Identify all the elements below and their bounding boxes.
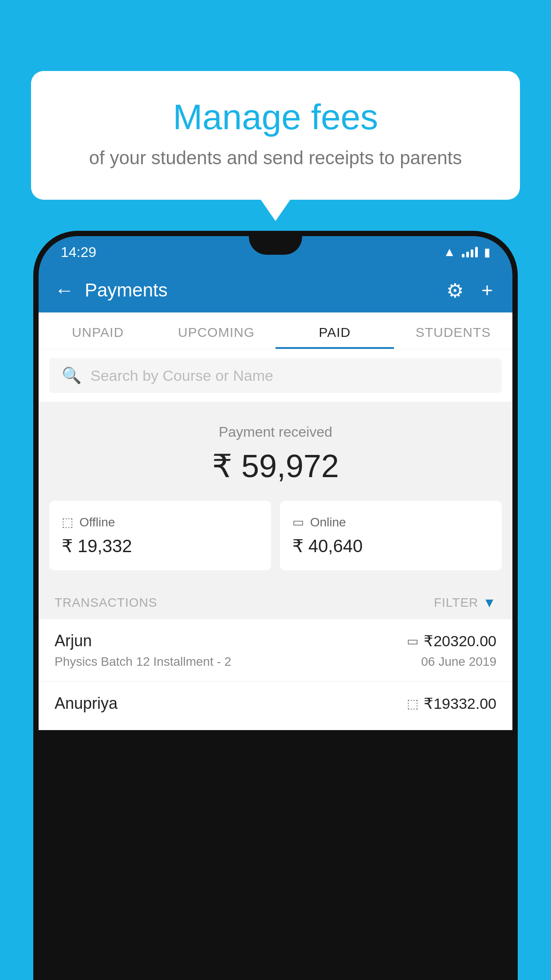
settings-button[interactable]: ⚙ xyxy=(443,276,467,305)
offline-icon: ⬚ xyxy=(62,515,73,530)
payment-total-amount: ₹ 59,972 xyxy=(49,447,502,485)
app-title: Payments xyxy=(85,280,432,301)
online-label: Online xyxy=(310,515,346,530)
search-icon: 🔍 xyxy=(62,366,82,385)
offline-label: Offline xyxy=(79,515,115,530)
add-button[interactable]: + xyxy=(478,276,496,305)
transaction-name: Anupriya xyxy=(55,694,118,713)
transaction-amount: ⬚ ₹19332.00 xyxy=(407,695,496,712)
transaction-name: Arjun xyxy=(55,632,92,650)
status-bar: 14:29 ▲ ▮ xyxy=(39,236,512,268)
tab-students[interactable]: STUDENTS xyxy=(394,312,512,349)
transaction-row[interactable]: Anupriya ⬚ ₹19332.00 xyxy=(39,682,512,730)
transaction-top: Anupriya ⬚ ₹19332.00 xyxy=(55,694,496,713)
online-card-header: ▭ Online xyxy=(292,515,489,530)
online-payment-icon: ▭ xyxy=(407,634,418,648)
speech-bubble-container: Manage fees of your students and send re… xyxy=(31,71,520,200)
payment-received-label: Payment received xyxy=(49,424,502,440)
transaction-amount: ▭ ₹20320.00 xyxy=(407,632,496,650)
status-time: 14:29 xyxy=(61,244,96,261)
transactions-header: TRANSACTIONS FILTER ▼ xyxy=(39,586,512,619)
online-payment-card: ▭ Online ₹ 40,640 xyxy=(280,501,502,570)
online-amount: ₹ 40,640 xyxy=(292,536,489,556)
notch xyxy=(249,236,302,255)
transaction-bottom: Physics Batch 12 Installment - 2 06 June… xyxy=(55,655,496,669)
signal-icon xyxy=(462,247,478,257)
status-icons: ▲ ▮ xyxy=(443,245,490,259)
tab-paid[interactable]: PAID xyxy=(276,312,394,349)
payment-cards-row: ⬚ Offline ₹ 19,332 ▭ Online ₹ 40,640 xyxy=(39,501,512,586)
search-container: 🔍 Search by Course or Name xyxy=(39,349,512,402)
tab-unpaid[interactable]: UNPAID xyxy=(39,312,157,349)
app-content: 🔍 Search by Course or Name Payment recei… xyxy=(39,349,512,730)
offline-card-header: ⬚ Offline xyxy=(62,515,259,530)
transaction-top: Arjun ▭ ₹20320.00 xyxy=(55,632,496,650)
battery-icon: ▮ xyxy=(484,245,490,259)
online-icon: ▭ xyxy=(292,515,304,530)
search-input[interactable]: Search by Course or Name xyxy=(91,367,273,384)
filter-button[interactable]: FILTER ▼ xyxy=(434,595,496,610)
wifi-icon: ▲ xyxy=(443,245,456,259)
transaction-row[interactable]: Arjun ▭ ₹20320.00 Physics Batch 12 Insta… xyxy=(39,619,512,682)
app-bar: ← Payments ⚙ + xyxy=(39,268,512,312)
bubble-subtitle: of your students and send receipts to pa… xyxy=(67,147,484,169)
filter-label: FILTER xyxy=(434,596,478,610)
filter-icon: ▼ xyxy=(483,595,496,610)
tabs: UNPAID UPCOMING PAID STUDENTS xyxy=(39,312,512,349)
offline-payment-card: ⬚ Offline ₹ 19,332 xyxy=(49,501,271,570)
tab-upcoming[interactable]: UPCOMING xyxy=(157,312,276,349)
speech-bubble: Manage fees of your students and send re… xyxy=(31,71,520,200)
offline-amount: ₹ 19,332 xyxy=(62,536,259,556)
transactions-label: TRANSACTIONS xyxy=(55,596,157,610)
search-bar[interactable]: 🔍 Search by Course or Name xyxy=(49,358,502,393)
payment-summary: Payment received ₹ 59,972 xyxy=(39,402,512,501)
phone-frame: 14:29 ▲ ▮ ← Payments ⚙ + xyxy=(33,231,518,980)
phone-inner: 14:29 ▲ ▮ ← Payments ⚙ + xyxy=(39,236,512,980)
transaction-date: 06 June 2019 xyxy=(421,655,496,669)
offline-payment-icon: ⬚ xyxy=(407,696,418,711)
bubble-title: Manage fees xyxy=(67,98,484,137)
back-button[interactable]: ← xyxy=(55,279,74,301)
transaction-course: Physics Batch 12 Installment - 2 xyxy=(55,655,231,669)
